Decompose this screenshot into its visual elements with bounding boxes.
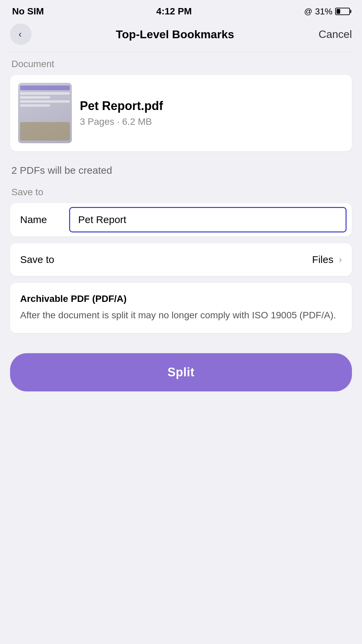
document-card: Pet Report.pdf 3 Pages · 6.2 MB bbox=[10, 75, 352, 151]
carrier-label: No SIM bbox=[12, 6, 44, 17]
doc-thumbnail bbox=[18, 83, 72, 143]
battery-percent: 31% bbox=[315, 6, 332, 17]
warning-text: After the document is split it may no lo… bbox=[20, 308, 342, 322]
warning-title: Archivable PDF (PDF/A) bbox=[20, 293, 342, 304]
warning-box: Archivable PDF (PDF/A) After the documen… bbox=[10, 283, 352, 333]
name-input-wrapper bbox=[64, 203, 352, 236]
save-to-label: Save to bbox=[20, 254, 54, 265]
lock-icon: @ bbox=[304, 7, 312, 16]
name-label: Name bbox=[10, 203, 64, 236]
cancel-button[interactable]: Cancel bbox=[318, 28, 352, 41]
time-label: 4:12 PM bbox=[156, 6, 192, 17]
battery-icon bbox=[335, 8, 350, 15]
split-button[interactable]: Split bbox=[10, 353, 352, 391]
content-area: Document Pet Report.pdf 3 Pages · 6.2 MB bbox=[0, 52, 362, 398]
doc-meta: 3 Pages · 6.2 MB bbox=[80, 116, 344, 127]
save-section-label: Save to bbox=[10, 187, 352, 198]
chevron-right-icon: › bbox=[339, 254, 342, 265]
pdf-count-info: 2 PDFs will be created bbox=[10, 165, 352, 176]
back-button[interactable]: ‹ bbox=[10, 23, 32, 45]
back-chevron-icon: ‹ bbox=[18, 29, 21, 40]
save-to-right: Files › bbox=[312, 254, 342, 265]
status-right: @ 31% bbox=[304, 6, 350, 17]
status-bar: No SIM 4:12 PM @ 31% bbox=[0, 0, 362, 20]
name-input[interactable] bbox=[69, 207, 347, 232]
doc-filename: Pet Report.pdf bbox=[80, 99, 344, 113]
document-section-label: Document bbox=[10, 59, 352, 69]
nav-bar: ‹ Top-Level Bookmarks Cancel bbox=[0, 20, 362, 52]
save-to-files-row[interactable]: Save to Files › bbox=[10, 243, 352, 276]
doc-size: 6.2 MB bbox=[122, 116, 152, 127]
save-to-value: Files bbox=[312, 254, 333, 265]
doc-info: Pet Report.pdf 3 Pages · 6.2 MB bbox=[80, 99, 344, 127]
doc-pages: 3 Pages bbox=[80, 116, 114, 127]
name-row: Name bbox=[10, 203, 352, 236]
nav-title: Top-Level Bookmarks bbox=[116, 28, 234, 41]
doc-separator: · bbox=[117, 116, 120, 127]
